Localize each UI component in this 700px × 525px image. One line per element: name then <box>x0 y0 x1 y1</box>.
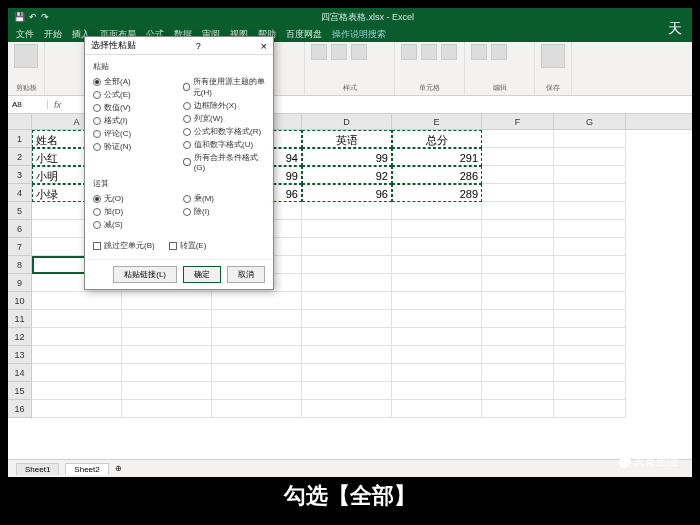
row-header[interactable]: 14 <box>8 364 32 382</box>
cell[interactable] <box>482 400 554 418</box>
cell[interactable] <box>482 130 554 148</box>
cell[interactable] <box>32 400 122 418</box>
cell[interactable] <box>554 202 626 220</box>
cell[interactable] <box>554 292 626 310</box>
cell[interactable] <box>392 382 482 400</box>
row-header[interactable]: 9 <box>8 274 32 292</box>
cell[interactable] <box>554 346 626 364</box>
cell[interactable] <box>122 382 212 400</box>
cell[interactable] <box>302 382 392 400</box>
radio-option[interactable]: 评论(C) <box>93 128 175 139</box>
cell[interactable] <box>32 346 122 364</box>
cell[interactable]: 291 <box>392 148 482 166</box>
cond-format-icon[interactable] <box>311 44 327 60</box>
cell[interactable] <box>32 382 122 400</box>
cell[interactable] <box>32 292 122 310</box>
cell[interactable] <box>122 400 212 418</box>
cell[interactable] <box>482 310 554 328</box>
autosum-icon[interactable] <box>471 44 487 60</box>
col-g[interactable]: G <box>554 114 626 129</box>
cell-style-icon[interactable] <box>351 44 367 60</box>
cell[interactable] <box>482 238 554 256</box>
row-header[interactable]: 2 <box>8 148 32 166</box>
tab-search[interactable]: 操作说明搜索 <box>332 28 386 41</box>
save-icon[interactable]: 💾 <box>14 12 25 22</box>
cell[interactable]: 286 <box>392 166 482 184</box>
radio-option[interactable]: 所有合并条件格式(G) <box>183 152 265 172</box>
cell[interactable] <box>122 292 212 310</box>
cell[interactable] <box>482 166 554 184</box>
radio-option[interactable]: 公式和数字格式(R) <box>183 126 265 137</box>
radio-option[interactable]: 减(S) <box>93 219 175 230</box>
add-sheet-icon[interactable]: ⊕ <box>115 464 122 473</box>
cell[interactable] <box>482 292 554 310</box>
cell[interactable] <box>32 310 122 328</box>
cell[interactable] <box>554 130 626 148</box>
cell[interactable] <box>302 256 392 274</box>
ok-button[interactable]: 确定 <box>183 266 221 283</box>
cell[interactable] <box>302 238 392 256</box>
cell[interactable] <box>212 364 302 382</box>
cell[interactable] <box>392 310 482 328</box>
row-header[interactable]: 4 <box>8 184 32 202</box>
cell[interactable] <box>392 274 482 292</box>
delete-icon[interactable] <box>421 44 437 60</box>
row-header[interactable]: 13 <box>8 346 32 364</box>
cell[interactable]: 96 <box>302 184 392 202</box>
row-header[interactable]: 7 <box>8 238 32 256</box>
radio-option[interactable]: 全部(A) <box>93 76 175 87</box>
row-header[interactable]: 1 <box>8 130 32 148</box>
cell[interactable] <box>392 238 482 256</box>
cell[interactable] <box>302 364 392 382</box>
cell[interactable] <box>554 364 626 382</box>
cell[interactable] <box>302 220 392 238</box>
cell[interactable] <box>302 400 392 418</box>
cell[interactable] <box>212 310 302 328</box>
cell[interactable] <box>122 364 212 382</box>
cell[interactable] <box>482 328 554 346</box>
row-header[interactable]: 5 <box>8 202 32 220</box>
name-box[interactable]: A8 <box>8 100 48 109</box>
cell[interactable]: 92 <box>302 166 392 184</box>
cell[interactable] <box>32 364 122 382</box>
row-header[interactable]: 6 <box>8 220 32 238</box>
transpose-checkbox[interactable]: 转置(E) <box>169 240 207 251</box>
cell[interactable] <box>302 274 392 292</box>
radio-option[interactable]: 加(D) <box>93 206 175 217</box>
cell[interactable] <box>482 274 554 292</box>
cell[interactable] <box>482 184 554 202</box>
radio-option[interactable]: 无(O) <box>93 193 175 204</box>
row-header[interactable]: 15 <box>8 382 32 400</box>
row-header[interactable]: 16 <box>8 400 32 418</box>
radio-option[interactable]: 值和数字格式(U) <box>183 139 265 150</box>
cell[interactable] <box>554 238 626 256</box>
cancel-button[interactable]: 取消 <box>227 266 265 283</box>
cell[interactable] <box>212 400 302 418</box>
cell[interactable] <box>554 274 626 292</box>
sheet-tab-1[interactable]: Sheet1 <box>16 463 59 475</box>
cell[interactable] <box>122 328 212 346</box>
cell[interactable] <box>554 328 626 346</box>
cell[interactable] <box>392 328 482 346</box>
row-header[interactable]: 10 <box>8 292 32 310</box>
cell[interactable] <box>554 310 626 328</box>
cell[interactable] <box>482 220 554 238</box>
radio-option[interactable]: 数值(V) <box>93 102 175 113</box>
cell[interactable] <box>554 256 626 274</box>
cell[interactable] <box>482 256 554 274</box>
cell[interactable] <box>302 310 392 328</box>
cell[interactable] <box>482 364 554 382</box>
row-header[interactable]: 11 <box>8 310 32 328</box>
cell[interactable]: 289 <box>392 184 482 202</box>
close-icon[interactable]: × <box>261 40 267 52</box>
cell[interactable] <box>392 256 482 274</box>
select-all-corner[interactable] <box>8 114 32 129</box>
col-e[interactable]: E <box>392 114 482 129</box>
paste-link-button[interactable]: 粘贴链接(L) <box>113 266 177 283</box>
cell[interactable] <box>482 202 554 220</box>
radio-option[interactable]: 除(I) <box>183 206 265 217</box>
cell[interactable] <box>122 346 212 364</box>
radio-option[interactable]: 乘(M) <box>183 193 265 204</box>
table-format-icon[interactable] <box>331 44 347 60</box>
cell[interactable] <box>392 400 482 418</box>
